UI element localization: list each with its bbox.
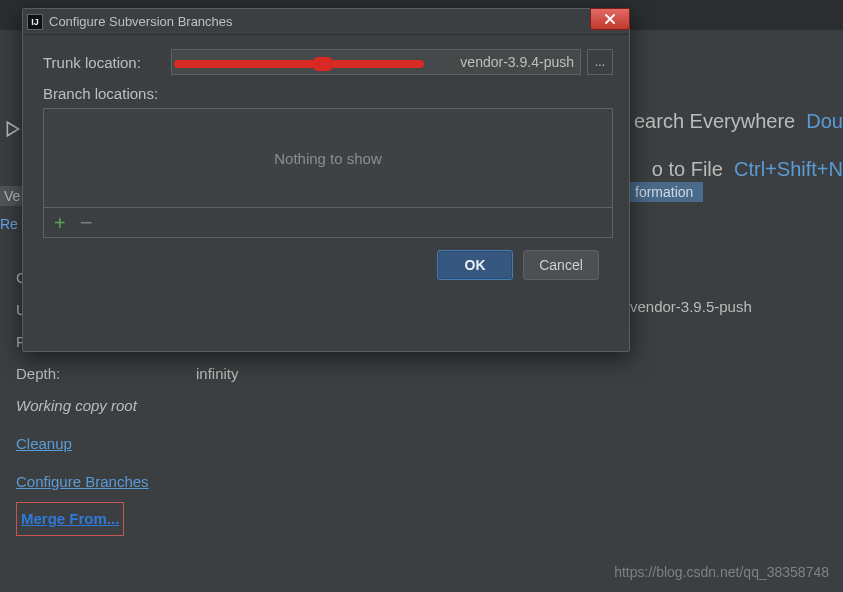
- empty-list-text: Nothing to show: [44, 109, 612, 207]
- trunk-label: Trunk location:: [43, 54, 171, 71]
- list-toolbar: + −: [44, 207, 612, 237]
- close-icon: [604, 13, 616, 25]
- ok-button[interactable]: OK: [437, 250, 513, 280]
- run-icon[interactable]: [4, 120, 22, 138]
- dialog-title: Configure Subversion Branches: [49, 14, 233, 29]
- watermark-text: https://blog.csdn.net/qq_38358748: [614, 564, 829, 580]
- vendor-path-text: vendor-3.9.5-push: [630, 298, 752, 315]
- partial-text-ve: Ve: [0, 186, 24, 206]
- redaction-mark: [174, 60, 424, 68]
- dialog-button-row: OK Cancel: [43, 238, 613, 280]
- app-icon: IJ: [27, 14, 43, 30]
- cancel-button[interactable]: Cancel: [523, 250, 599, 280]
- tab-information[interactable]: formation: [625, 182, 703, 202]
- merge-from-link[interactable]: Merge From...: [21, 503, 119, 535]
- partial-link-re[interactable]: Re: [0, 216, 18, 232]
- hint-text: o to File: [652, 158, 723, 180]
- trunk-location-input[interactable]: vendor-3.9.4-push: [171, 49, 581, 75]
- depth-label: Depth:: [16, 358, 196, 390]
- merge-from-highlight-box: Merge From...: [16, 502, 124, 536]
- dialog-titlebar: IJ Configure Subversion Branches: [23, 9, 629, 35]
- hint-shortcut: Ctrl+Shift+N: [734, 158, 843, 180]
- configure-branches-link[interactable]: Configure Branches: [16, 466, 149, 498]
- hint-text: earch Everywhere: [634, 110, 795, 132]
- search-everywhere-hint: earch Everywhere Dou: [634, 110, 843, 133]
- branch-locations-list[interactable]: Nothing to show + −: [43, 108, 613, 238]
- trunk-row: Trunk location: vendor-3.9.4-push ...: [43, 49, 613, 75]
- remove-branch-button: −: [80, 212, 93, 234]
- cleanup-link[interactable]: Cleanup: [16, 428, 72, 460]
- configure-branches-dialog: IJ Configure Subversion Branches Trunk l…: [22, 8, 630, 352]
- dialog-body: Trunk location: vendor-3.9.4-push ... Br…: [23, 35, 629, 290]
- browse-trunk-button[interactable]: ...: [587, 49, 613, 75]
- working-copy-root-label: Working copy root: [16, 390, 239, 422]
- branch-locations-label: Branch locations:: [43, 85, 613, 102]
- go-to-file-hint: o to File Ctrl+Shift+N: [652, 158, 843, 181]
- hint-shortcut: Dou: [806, 110, 843, 132]
- depth-value: infinity: [196, 358, 239, 390]
- close-button[interactable]: [590, 8, 630, 30]
- add-branch-button[interactable]: +: [54, 213, 66, 233]
- trunk-value-suffix: vendor-3.9.4-push: [460, 54, 574, 70]
